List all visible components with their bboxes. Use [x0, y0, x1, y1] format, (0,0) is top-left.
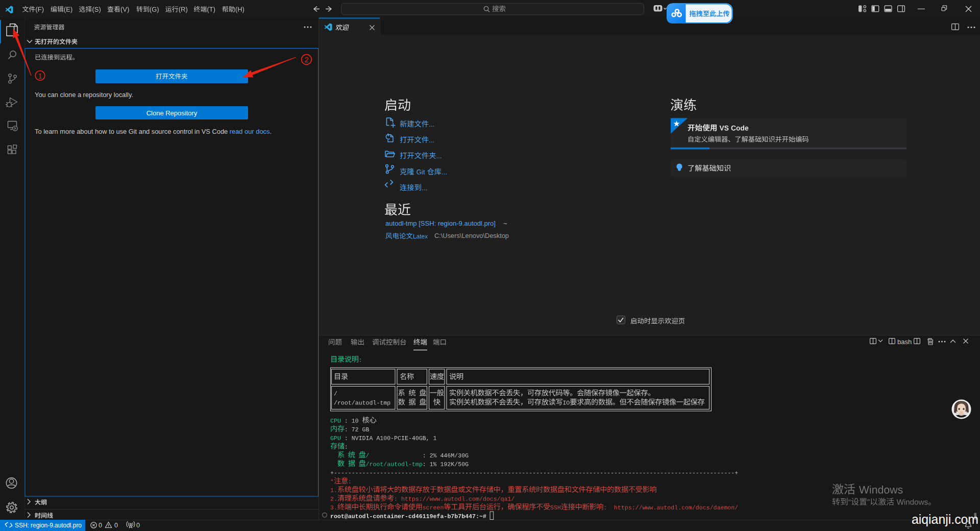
- svg-text:C:\Users\Lenovo\Desktop: C:\Users\Lenovo\Desktop: [434, 232, 509, 239]
- svg-text:Clone Repository: Clone Repository: [146, 109, 198, 117]
- svg-text:~: ~: [503, 220, 507, 227]
- svg-text:To learn more about how to use: To learn more about how to use Git and s…: [35, 128, 272, 135]
- svg-text:0: 0: [136, 522, 140, 529]
- svg-text:0: 0: [99, 522, 102, 529]
- svg-text:bash: bash: [897, 338, 912, 346]
- svg-text:0: 0: [114, 522, 118, 529]
- svg-text:2: 2: [304, 56, 308, 64]
- svg-text:1: 1: [38, 72, 42, 80]
- svg-text:autodl-tmp [SSH: region-9.auto: autodl-tmp [SSH: region-9.autodl.pro]: [385, 220, 496, 227]
- svg-text:SSH: region-9.autodl.pro: SSH: region-9.autodl.pro: [15, 522, 82, 529]
- svg-text:aiqianji.com: aiqianji.com: [912, 512, 978, 526]
- svg-text:You can clone a repository loc: You can clone a repository locally.: [35, 91, 133, 99]
